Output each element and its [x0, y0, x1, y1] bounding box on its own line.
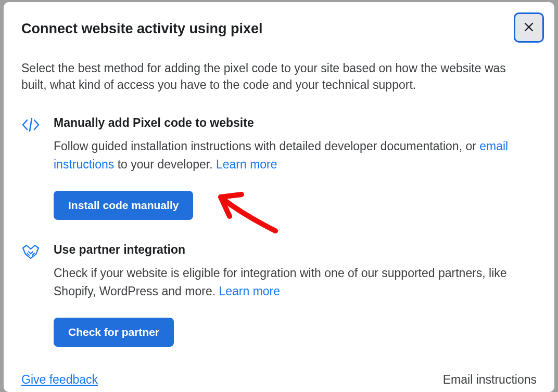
modal-footer: Give feedback Email instructions: [21, 373, 537, 387]
code-icon: [21, 117, 40, 220]
manual-desc-text: Follow guided installation instructions …: [54, 139, 479, 153]
modal-header: Connect website activity using pixel: [21, 19, 537, 37]
manual-install-option: Manually add Pixel code to website Follo…: [21, 116, 537, 220]
manual-option-title: Manually add Pixel code to website: [54, 116, 537, 130]
pixel-connection-modal: Connect website activity using pixel Sel…: [4, 2, 554, 392]
partner-option-description: Check if your website is eligible for in…: [54, 264, 522, 300]
learn-more-manual-link[interactable]: Learn more: [216, 158, 277, 171]
partner-integration-option: Use partner integration Check if your we…: [21, 243, 537, 347]
modal-title: Connect website activity using pixel: [21, 21, 263, 37]
modal-subtitle: Select the best method for adding the pi…: [21, 60, 531, 93]
manual-desc-middle: to your developer.: [114, 158, 216, 171]
partner-option-title: Use partner integration: [54, 243, 537, 257]
install-code-manually-button[interactable]: Install code manually: [54, 191, 193, 220]
close-button[interactable]: [514, 12, 544, 43]
close-icon: [523, 21, 535, 35]
learn-more-partner-link[interactable]: Learn more: [219, 284, 280, 298]
svg-line-2: [30, 119, 32, 131]
partner-desc-text: Check if your website is eligible for in…: [54, 266, 507, 298]
manual-option-content: Manually add Pixel code to website Follo…: [54, 116, 537, 220]
email-instructions-footer[interactable]: Email instructions: [443, 373, 537, 387]
check-for-partner-button[interactable]: Check for partner: [54, 318, 174, 347]
partner-option-content: Use partner integration Check if your we…: [54, 243, 537, 347]
give-feedback-link[interactable]: Give feedback: [21, 373, 98, 387]
handshake-icon: [21, 244, 40, 347]
manual-option-description: Follow guided installation instructions …: [54, 137, 522, 173]
